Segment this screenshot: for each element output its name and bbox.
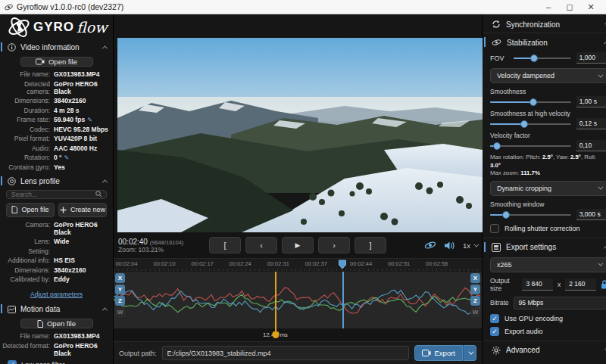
lock-aspect-ratio-icon[interactable]	[601, 280, 606, 289]
section-title: Lens profile	[20, 177, 98, 185]
size-times: x	[558, 281, 561, 288]
output-path-input[interactable]	[162, 346, 409, 360]
gyro-waveform	[114, 272, 482, 328]
velocity-factor-slider[interactable]	[490, 142, 571, 150]
lens-search[interactable]	[6, 190, 107, 199]
sync-marker-handle[interactable]	[273, 331, 280, 338]
video-camera-icon	[36, 58, 45, 65]
fov-label: FOV	[490, 54, 508, 62]
export-audio-checkbox[interactable]: ✓	[490, 327, 499, 336]
video-area	[114, 14, 482, 232]
sync-offset-marker[interactable]	[275, 272, 276, 334]
codec-dropdown[interactable]: x265	[490, 257, 606, 272]
output-height-field[interactable]: 2 160	[565, 278, 596, 291]
section-motion-data[interactable]: Motion data	[0, 302, 113, 316]
field-value: 0 °✎	[54, 154, 110, 161]
active-section-bar	[1, 304, 2, 313]
app-icon	[5, 3, 13, 11]
marker-label-row: 12.41 ms	[114, 328, 482, 341]
section-export-settings[interactable]: Export settings	[483, 239, 606, 255]
create-new-label: Create new	[70, 206, 105, 213]
field-value: GoPro HERO6 Black	[54, 221, 110, 236]
chevron-down-icon	[598, 261, 603, 266]
motion-chart-icon	[8, 306, 16, 313]
output-bar: Output path: Export	[114, 341, 482, 364]
smoothness-label: Smoothness	[490, 88, 606, 95]
field-label: Pixel format:	[0, 135, 50, 142]
smoothing-window-slider[interactable]	[490, 210, 571, 219]
close-button[interactable]: ✕	[580, 0, 601, 14]
section-video-information[interactable]: Video information	[0, 40, 113, 54]
lens-search-input[interactable]	[11, 191, 95, 198]
smoothness-slider[interactable]	[490, 98, 571, 106]
smoothing-window-value-field[interactable]: 3,000 s	[576, 209, 606, 220]
axis-y-button-right[interactable]: Y	[470, 285, 480, 294]
edit-pencil-icon[interactable]: ✎	[87, 117, 92, 123]
create-new-lens-button[interactable]: Create new	[58, 203, 107, 217]
gyroscope-icon	[492, 38, 501, 47]
rolling-shutter-checkbox[interactable]	[490, 224, 499, 233]
ruler-tick: 00:02:58	[426, 260, 448, 267]
axis-w-button-left[interactable]: W	[115, 307, 125, 317]
open-lens-file-button[interactable]: Open file	[6, 203, 55, 217]
axis-w-button-right[interactable]: W	[470, 307, 480, 317]
axis-x-button-left[interactable]: X	[115, 273, 125, 283]
maximize-button[interactable]: ◻	[559, 0, 580, 14]
axis-z-button-right[interactable]: Z	[470, 296, 480, 306]
smoothness-high-velocity-slider[interactable]	[490, 120, 571, 128]
axis-z-button-left[interactable]: Z	[115, 296, 125, 306]
rolling-shutter-label: Rolling shutter correction	[504, 225, 580, 232]
field-label: Detected format:	[0, 342, 50, 357]
open-motion-file-button[interactable]: Open file	[20, 319, 93, 328]
export-options-dropdown[interactable]	[463, 345, 476, 361]
smoothness-value-field[interactable]: 1,00 s	[576, 96, 606, 107]
playhead-handle[interactable]	[339, 260, 347, 269]
section-lens-profile[interactable]: Lens profile	[0, 174, 113, 188]
bitrate-field[interactable]: 95 Mbps	[514, 297, 606, 310]
gpu-encoding-checkbox[interactable]: ✓	[490, 314, 499, 323]
section-title: Video information	[20, 43, 98, 51]
fov-value-field[interactable]: 1,000	[576, 52, 606, 64]
trim-start-button[interactable]: [	[209, 237, 241, 254]
minimize-button[interactable]: –	[538, 0, 559, 14]
field-label: File name:	[0, 70, 50, 78]
section-advanced[interactable]: Advanced	[483, 342, 606, 358]
section-title: Motion data	[20, 305, 98, 313]
bitrate-label: Bitrate	[490, 299, 509, 306]
axis-y-button-left[interactable]: Y	[115, 285, 125, 294]
export-button[interactable]: Export	[414, 345, 463, 361]
smoothness-high-velocity-value-field[interactable]: 0,12 s	[576, 118, 606, 129]
velocity-factor-value-field[interactable]: 0,10	[576, 140, 606, 151]
volume-icon[interactable]	[444, 241, 455, 250]
stabilization-preview-toggle-icon[interactable]	[424, 240, 436, 250]
fov-slider[interactable]	[514, 54, 571, 62]
field-label: Additional info:	[0, 257, 50, 264]
gyro-timeline-chart[interactable]: X Y Z W X Y Z W	[114, 271, 482, 328]
chevron-up-icon	[102, 179, 108, 185]
play-button[interactable]: ▶	[282, 237, 314, 254]
timeline-ruler[interactable]: 00:02:04 00:02:10 00:02:17 00:02:24 00:0…	[114, 258, 482, 271]
previous-frame-button[interactable]: ‹	[245, 237, 277, 254]
playback-speed-dropdown[interactable]: 1x	[463, 241, 477, 250]
trim-end-button[interactable]: ]	[355, 237, 386, 254]
smoothing-method-dropdown[interactable]: Velocity dampened	[490, 68, 606, 83]
ruler-tick: 00:02:10	[153, 260, 175, 267]
section-title: Synchronization	[506, 20, 599, 29]
open-video-button[interactable]: Open file	[20, 57, 93, 67]
adjust-parameters-link[interactable]: Adjust parameters	[30, 291, 83, 298]
lens-icon	[8, 177, 16, 185]
low-pass-filter-checkbox[interactable]: ✓	[8, 360, 17, 364]
edit-pencil-icon[interactable]: ✎	[64, 154, 70, 161]
axis-x-button-right[interactable]: X	[470, 273, 480, 283]
active-section-bar	[484, 37, 486, 47]
video-preview[interactable]	[117, 38, 483, 232]
section-stabilization[interactable]: Stabilization	[483, 34, 606, 50]
chevron-up-icon	[102, 307, 108, 313]
frame-counter: (9648/16104)	[150, 239, 184, 246]
field-label: Codec:	[0, 126, 50, 133]
cropping-mode-dropdown[interactable]: Dynamic cropping	[490, 181, 606, 196]
output-width-field[interactable]: 3 840	[522, 278, 553, 291]
next-frame-button[interactable]: ›	[318, 237, 350, 254]
section-synchronization[interactable]: Synchronization	[483, 16, 606, 32]
field-value: Wide	[54, 238, 110, 245]
